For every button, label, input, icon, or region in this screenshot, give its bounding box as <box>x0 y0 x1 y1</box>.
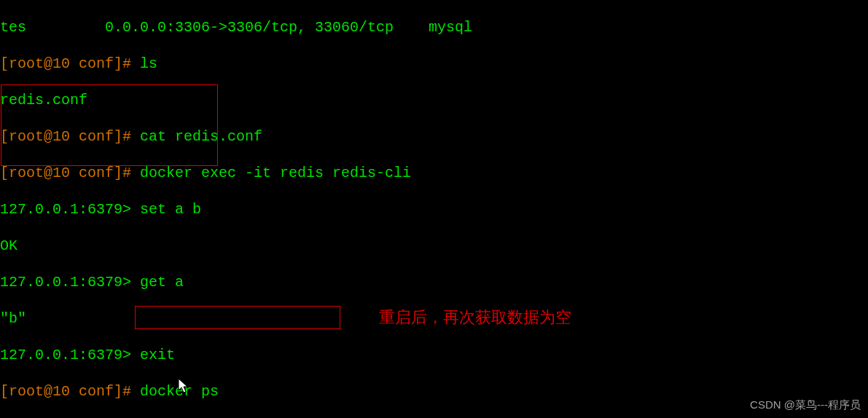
prompt-line: [root@10 conf]# docker ps <box>0 382 868 401</box>
output-line: redis.conf <box>0 91 868 109</box>
redis-prompt-line: 127.0.0.1:6379> get a <box>0 273 868 291</box>
redis-prompt-line: 127.0.0.1:6379> exit <box>0 346 868 364</box>
shell-prompt: [root@10 conf]# <box>0 55 140 72</box>
shell-prompt: [root@10 conf]# <box>0 165 140 181</box>
prompt-line: [root@10 conf]# cat redis.conf <box>0 127 868 146</box>
terminal-output[interactable]: tes 0.0.0.0:3306->3306/tcp, 33060/tcp my… <box>0 0 868 418</box>
output-line: tes 0.0.0.0:3306->3306/tcp, 33060/tcp my… <box>0 18 868 36</box>
redis-command: exit <box>140 347 175 363</box>
redis-command: get a <box>140 274 184 291</box>
shell-prompt: [root@10 conf]# <box>0 383 140 400</box>
redis-prompt: 127.0.0.1:6379> <box>0 274 140 291</box>
command-text: docker ps <box>140 383 219 400</box>
prompt-line: [root@10 conf]# ls <box>0 55 868 73</box>
output-line: OK <box>0 237 868 255</box>
annotation-text: 重启后，再次获取数据为空 <box>379 308 571 326</box>
command-text: ls <box>140 55 157 72</box>
watermark-text: CSDN @菜鸟---程序员 <box>750 395 861 414</box>
command-text: cat redis.conf <box>140 128 262 145</box>
prompt-line: [root@10 conf]# docker exec -it redis re… <box>0 164 868 182</box>
redis-prompt: 127.0.0.1:6379> <box>0 201 140 218</box>
command-text: docker exec -it redis redis-cli <box>140 165 411 181</box>
redis-prompt-line: 127.0.0.1:6379> set a b <box>0 200 868 218</box>
redis-command: set a b <box>140 201 201 218</box>
redis-prompt: 127.0.0.1:6379> <box>0 347 140 363</box>
shell-prompt: [root@10 conf]# <box>0 128 140 145</box>
